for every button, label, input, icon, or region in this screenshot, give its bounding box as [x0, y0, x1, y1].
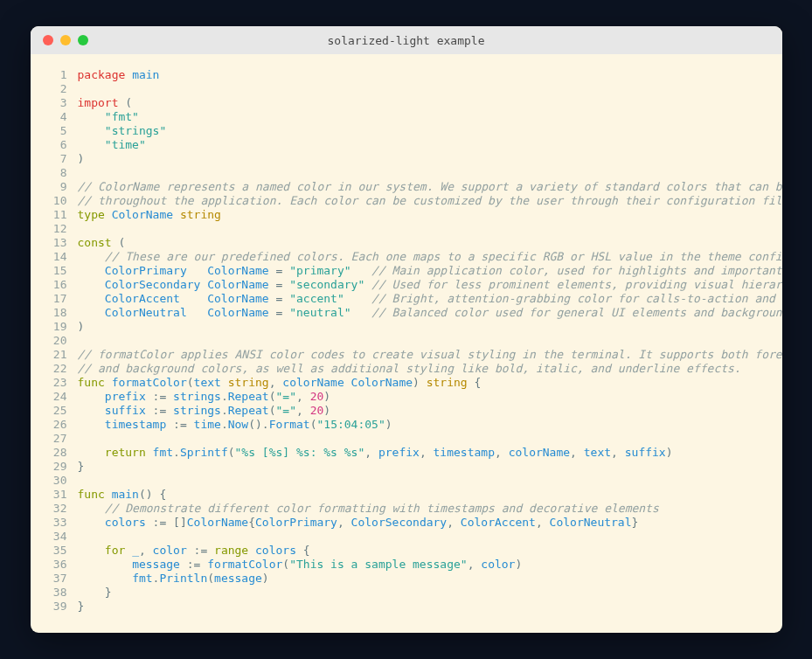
code-line: 36 message := formatColor("This is a sam…: [43, 558, 763, 572]
line-number: 34: [43, 530, 78, 544]
line-number: 11: [43, 208, 78, 222]
code-line: 31 func main() {: [43, 488, 763, 502]
line-number: 9: [43, 180, 78, 194]
minimize-icon[interactable]: [60, 35, 71, 45]
line-number: 4: [43, 110, 78, 124]
code-line: 16 ColorSecondary ColorName = "secondary…: [43, 278, 763, 292]
line-number: 30: [43, 474, 78, 488]
traffic-lights: [31, 35, 88, 45]
code-line: 7 ): [43, 152, 763, 166]
line-number: 24: [43, 390, 78, 404]
code-line: 27: [43, 432, 763, 446]
line-number: 23: [43, 376, 78, 390]
line-number: 25: [43, 404, 78, 418]
line-number: 28: [43, 446, 78, 460]
line-number: 15: [43, 264, 78, 278]
line-number: 5: [43, 124, 78, 138]
line-number: 20: [43, 334, 78, 348]
code-line: 34: [43, 530, 763, 544]
code-line: 11 type ColorName string: [43, 208, 763, 222]
code-line: 6 "time": [43, 138, 763, 152]
line-number: 31: [43, 488, 78, 502]
line-number: 18: [43, 306, 78, 320]
code-line: 32 // Demonstrate different color format…: [43, 502, 763, 516]
line-number: 26: [43, 418, 78, 432]
code-line: 39 }: [43, 600, 763, 614]
code-line: 3 import (: [43, 96, 763, 110]
code-line: 9 // ColorName represents a named color …: [43, 180, 763, 194]
line-number: 2: [43, 82, 78, 96]
line-number: 3: [43, 96, 78, 110]
line-number: 7: [43, 152, 78, 166]
code-editor[interactable]: 1 package main 2 3 import ( 4 "fmt" 5 "s…: [31, 54, 782, 633]
code-line: 1 package main: [43, 68, 763, 82]
code-line: 24 prefix := strings.Repeat("=", 20): [43, 390, 763, 404]
line-number: 38: [43, 586, 78, 600]
line-number: 29: [43, 460, 78, 474]
code-line: 17 ColorAccent ColorName = "accent" // B…: [43, 292, 763, 306]
code-line: 28 return fmt.Sprintf("%s [%s] %s: %s %s…: [43, 446, 763, 460]
line-number: 16: [43, 278, 78, 292]
code-line: 2: [43, 82, 763, 96]
line-number: 19: [43, 320, 78, 334]
code-line: 25 suffix := strings.Repeat("=", 20): [43, 404, 763, 418]
code-line: 29 }: [43, 460, 763, 474]
line-number: 35: [43, 544, 78, 558]
line-number: 13: [43, 236, 78, 250]
code-line: 35 for _, color := range colors {: [43, 544, 763, 558]
line-number: 14: [43, 250, 78, 264]
code-line: 38 }: [43, 586, 763, 600]
line-number: 1: [43, 68, 78, 82]
code-line: 5 "strings": [43, 124, 763, 138]
code-line: 19 ): [43, 320, 763, 334]
line-number: 32: [43, 502, 78, 516]
line-number: 27: [43, 432, 78, 446]
code-line: 15 ColorPrimary ColorName = "primary" //…: [43, 264, 763, 278]
line-number: 10: [43, 194, 78, 208]
code-line: 18 ColorNeutral ColorName = "neutral" //…: [43, 306, 763, 320]
code-line: 26 timestamp := time.Now().Format("15:04…: [43, 418, 763, 432]
code-line: 12: [43, 222, 763, 236]
window-title: solarized-light example: [31, 34, 782, 47]
code-line: 20: [43, 334, 763, 348]
line-number: 8: [43, 166, 78, 180]
code-line: 14 // These are our predefined colors. E…: [43, 250, 763, 264]
code-line: 30: [43, 474, 763, 488]
line-number: 12: [43, 222, 78, 236]
titlebar: solarized-light example: [31, 26, 782, 54]
line-number: 33: [43, 516, 78, 530]
close-icon[interactable]: [43, 35, 53, 45]
line-number: 21: [43, 348, 78, 362]
code-line: 23 func formatColor(text string, colorNa…: [43, 376, 763, 390]
code-line: 33 colors := []ColorName{ColorPrimary, C…: [43, 516, 763, 530]
code-line: 8: [43, 166, 763, 180]
code-line: 10 // throughout the application. Each c…: [43, 194, 763, 208]
code-line: 4 "fmt": [43, 110, 763, 124]
line-number: 6: [43, 138, 78, 152]
line-number: 36: [43, 558, 78, 572]
code-line: 13 const (: [43, 236, 763, 250]
zoom-icon[interactable]: [78, 35, 88, 45]
line-number: 37: [43, 572, 78, 586]
code-line: 37 fmt.Println(message): [43, 572, 763, 586]
code-line: 22 // and background colors, as well as …: [43, 362, 763, 376]
line-number: 17: [43, 292, 78, 306]
editor-window: solarized-light example 1 package main 2…: [31, 26, 782, 633]
code-line: 21 // formatColor applies ANSI color cod…: [43, 348, 763, 362]
line-number: 39: [43, 600, 78, 614]
line-number: 22: [43, 362, 78, 376]
